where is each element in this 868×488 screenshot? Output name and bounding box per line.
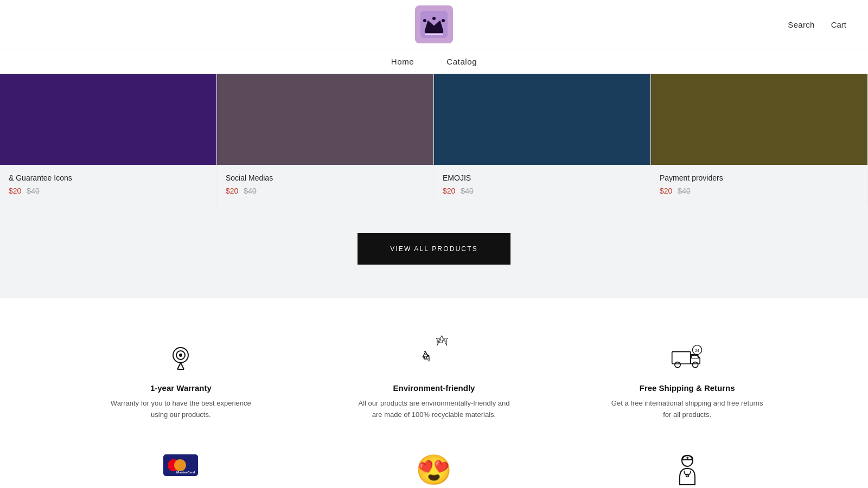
header-actions: Search Cart <box>788 20 846 29</box>
svg-point-12 <box>179 354 182 357</box>
product-info-2: Social Medias $20 $40 <box>217 165 433 206</box>
product-image-2[interactable] <box>217 74 433 165</box>
product-name-1: & Guarantee Icons <box>9 174 208 182</box>
view-all-section: VIEW ALL PRODUCTS <box>0 206 868 297</box>
happy-emoji-icon: 😍 <box>418 453 450 486</box>
logo[interactable] <box>415 5 453 43</box>
products-section: & Guarantee Icons $20 $40 Social Medias … <box>0 74 868 297</box>
product-pricing-3: $20 $40 <box>443 187 642 195</box>
svg-point-2 <box>423 19 426 22</box>
product-price-1: $20 <box>9 187 21 195</box>
product-info-1: & Guarantee Icons $20 $40 <box>0 165 216 206</box>
features-grid: 1-year Warranty Warranty for you to have… <box>54 325 814 488</box>
product-pricing-1: $20 $40 <box>9 187 208 195</box>
product-original-price-1: $40 <box>27 187 39 195</box>
product-pricing-4: $20 $40 <box>660 187 859 195</box>
feature-desc-shipping: Get a free international shipping and fr… <box>611 398 763 421</box>
nav-item-catalog[interactable]: Catalog <box>446 57 477 66</box>
product-card: EMOJIS $20 $40 <box>434 74 651 206</box>
site-header: Search Cart <box>0 0 868 49</box>
product-card: & Guarantee Icons $20 $40 <box>0 74 217 206</box>
product-name-3: EMOJIS <box>443 174 642 182</box>
product-price-3: $20 <box>443 187 455 195</box>
feature-doctors: #1 Recommended by Doctors Clinically pro… <box>560 437 814 488</box>
svg-point-17 <box>675 362 680 368</box>
products-row: & Guarantee Icons $20 $40 Social Medias … <box>0 74 868 206</box>
svg-text:24: 24 <box>695 349 699 352</box>
svg-line-9 <box>177 363 181 369</box>
feature-eco: Environment-friendly All our products ar… <box>308 325 561 437</box>
view-all-button[interactable]: VIEW ALL PRODUCTS <box>358 233 510 265</box>
product-name-2: Social Medias <box>226 174 425 182</box>
feature-title-eco: Environment-friendly <box>393 383 475 393</box>
product-price-2: $20 <box>226 187 238 195</box>
product-info-4: Payment providers $20 $40 <box>651 165 867 206</box>
svg-rect-5 <box>425 30 443 33</box>
svg-point-24 <box>686 474 688 477</box>
features-section: 1-year Warranty Warranty for you to have… <box>0 297 868 488</box>
feature-shipping: 24 Free Shipping & Returns Get a free in… <box>560 325 814 437</box>
feature-customers: 😍 +10,000 happy cutomers People are in l… <box>308 437 561 488</box>
svg-rect-0 <box>420 11 448 38</box>
feature-title-shipping: Free Shipping & Returns <box>640 383 735 393</box>
product-original-price-2: $40 <box>244 187 256 195</box>
svg-point-3 <box>432 17 436 20</box>
feature-warranty: 1-year Warranty Warranty for you to have… <box>54 325 308 437</box>
svg-rect-16 <box>672 352 690 364</box>
product-original-price-3: $40 <box>461 187 473 195</box>
product-price-4: $20 <box>660 187 672 195</box>
main-nav: Home Catalog <box>0 49 868 74</box>
recycle-icon <box>418 341 450 374</box>
crown-icon <box>420 11 448 38</box>
product-image-1[interactable] <box>0 74 216 165</box>
product-image-3[interactable] <box>434 74 650 165</box>
svg-point-4 <box>442 19 445 22</box>
svg-point-18 <box>692 362 698 368</box>
product-image-4[interactable] <box>651 74 867 165</box>
svg-line-10 <box>181 363 184 369</box>
warranty-icon <box>164 341 197 374</box>
feature-payment: MasterCard Secure Payment Guaranteed SSL… <box>54 437 308 488</box>
search-button[interactable]: Search <box>788 20 814 29</box>
nav-item-home[interactable]: Home <box>391 57 414 66</box>
mastercard-icon: MasterCard <box>162 453 200 477</box>
product-card: Payment providers $20 $40 <box>651 74 868 206</box>
product-card: Social Medias $20 $40 <box>217 74 434 206</box>
truck-icon: 24 <box>671 341 704 374</box>
product-pricing-2: $20 $40 <box>226 187 425 195</box>
product-info-3: EMOJIS $20 $40 <box>434 165 650 206</box>
feature-desc-warranty: Warranty for you to have the best experi… <box>105 398 257 421</box>
product-name-4: Payment providers <box>660 174 859 182</box>
feature-desc-eco: All our products are environmentally-fri… <box>358 398 510 421</box>
doctor-icon <box>671 453 704 486</box>
cart-button[interactable]: Cart <box>831 20 846 29</box>
product-original-price-4: $40 <box>678 187 690 195</box>
svg-rect-6 <box>425 34 443 35</box>
feature-title-warranty: 1-year Warranty <box>150 383 212 393</box>
